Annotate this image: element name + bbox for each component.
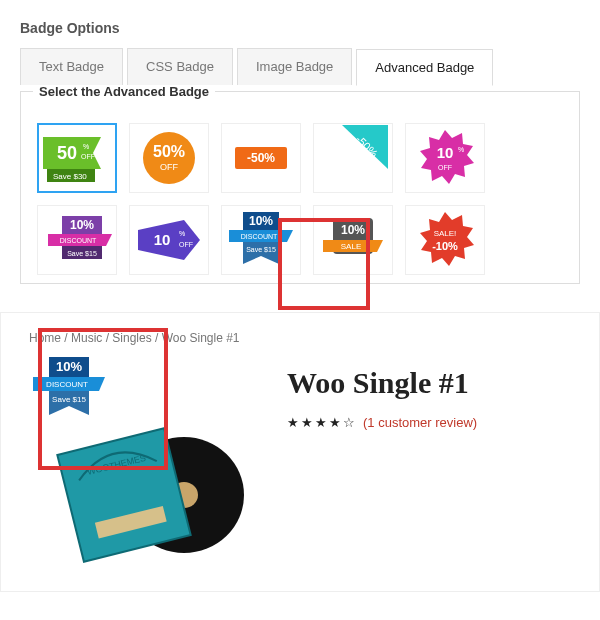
svg-text:%: % [83,143,89,150]
tab-css-badge[interactable]: CSS Badge [127,48,233,85]
svg-text:OFF: OFF [81,153,95,160]
svg-text:Save $15: Save $15 [67,250,97,257]
svg-text:50%: 50% [153,143,185,160]
svg-text:10%: 10% [249,214,273,228]
svg-text:50: 50 [57,143,77,163]
applied-badge: 10% DISCOUNT Save $15 [29,353,109,425]
svg-text:DISCOUNT: DISCOUNT [46,380,88,389]
product-info: Woo Single #1 ★★★★☆(1 customer review) [287,355,477,555]
product-preview: Home / Music / Singles / Woo Single #1 1… [0,312,600,592]
badge-options-panel: Badge Options Text Badge CSS Badge Image… [0,0,600,284]
svg-text:10%: 10% [56,359,82,374]
tab-image-badge[interactable]: Image Badge [237,48,352,85]
panel-title: Badge Options [20,12,580,48]
svg-text:SALE: SALE [341,242,361,251]
badge-option-blue-ribbon-10[interactable]: 10% DISCOUNT Save $15 [221,205,301,275]
product-image-wrap: 10% DISCOUNT Save $15 WOOTHEMES [29,355,259,555]
svg-text:10: 10 [154,231,171,248]
svg-text:DISCOUNT: DISCOUNT [241,233,278,240]
advanced-badge-fieldset: Select the Advanced Badge 50 % OFF Save … [20,84,580,284]
svg-text:Save $30: Save $30 [53,172,87,181]
svg-text:%: % [458,146,464,153]
badge-grid: 50 % OFF Save $30 50% OFF - [37,123,563,275]
svg-text:10%: 10% [70,218,94,232]
tabs: Text Badge CSS Badge Image Badge Advance… [20,48,580,85]
svg-text:OFF: OFF [160,162,178,172]
svg-text:SALE!: SALE! [434,229,457,238]
svg-marker-37 [420,212,474,266]
badge-option-red-burst-10[interactable]: SALE! -10% [405,205,485,275]
breadcrumb[interactable]: Home / Music / Singles / Woo Single #1 [29,331,571,345]
badge-option-violet-arrow-10[interactable]: 10 % OFF [129,205,209,275]
badge-option-orange-circle-50[interactable]: 50% OFF [129,123,209,193]
tab-text-badge[interactable]: Text Badge [20,48,123,85]
svg-text:OFF: OFF [179,241,193,248]
svg-text:Save $15: Save $15 [52,395,86,404]
badge-option-magenta-burst-10[interactable]: 10 % OFF [405,123,485,193]
svg-text:%: % [179,230,185,237]
svg-text:Save $15: Save $15 [246,246,276,253]
fieldset-legend: Select the Advanced Badge [33,84,215,99]
svg-text:10: 10 [437,144,454,161]
reviews-link[interactable]: (1 customer review) [363,415,477,430]
badge-option-purple-stack-10[interactable]: 10% DISCOUNT Save $15 [37,205,117,275]
svg-text:10%: 10% [341,223,365,237]
stars-icon: ★★★★☆ [287,415,357,430]
badge-option-orange-pill-minus50[interactable]: -50% [221,123,301,193]
badge-option-grey-ribbon-10[interactable]: 10% SALE [313,205,393,275]
tab-advanced-badge[interactable]: Advanced Badge [356,49,493,86]
svg-text:DISCOUNT: DISCOUNT [60,237,97,244]
rating-row: ★★★★☆(1 customer review) [287,415,477,430]
badge-option-teal-ribbon-50[interactable]: -50% [313,123,393,193]
svg-text:-50%: -50% [247,151,275,165]
badge-option-green-corner-50[interactable]: 50 % OFF Save $30 [37,123,117,193]
svg-text:-10%: -10% [432,240,458,252]
product-title: Woo Single #1 [287,365,477,401]
svg-text:OFF: OFF [438,164,452,171]
